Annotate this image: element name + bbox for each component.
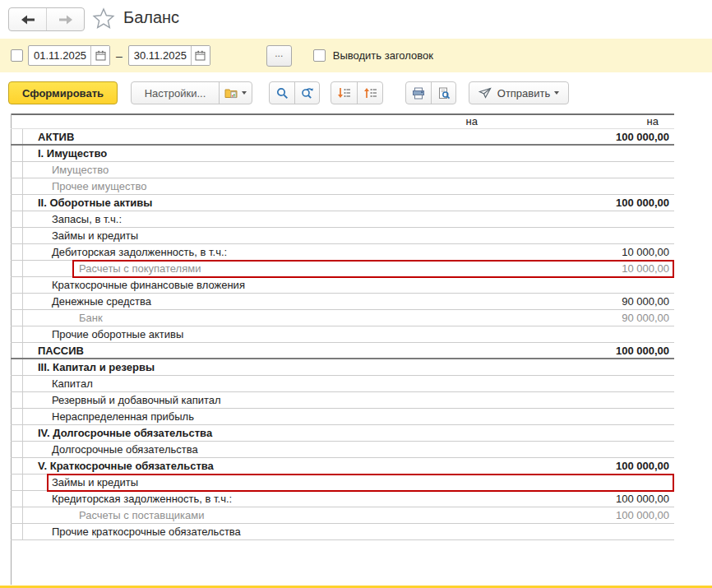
report-toolbar: Сформировать Настройки... bbox=[0, 72, 712, 113]
history-nav bbox=[8, 7, 85, 31]
table-row[interactable]: Капитал bbox=[11, 376, 674, 392]
row-label[interactable]: Займы и кредиты bbox=[52, 475, 138, 490]
row-label[interactable]: Имущество bbox=[52, 162, 109, 178]
table-row[interactable]: II. Оборотные активы100 000,00 bbox=[11, 195, 674, 211]
table-row[interactable]: Денежные средства90 000,00 bbox=[11, 294, 674, 310]
filter-bar: – ... Выводить заголовок bbox=[0, 39, 712, 72]
collapse-groups-button[interactable] bbox=[357, 82, 382, 104]
print-preview-icon bbox=[437, 87, 451, 100]
row-value[interactable]: 10 000,00 bbox=[622, 244, 669, 260]
favorite-star-icon[interactable] bbox=[92, 7, 115, 30]
date-from-input[interactable] bbox=[29, 46, 90, 65]
row-value[interactable]: 90 000,00 bbox=[622, 294, 669, 309]
table-row[interactable]: ПАССИВ100 000,00 bbox=[11, 343, 674, 359]
send-label: Отправить bbox=[497, 87, 550, 100]
table-row[interactable]: Банк90 000,00 bbox=[11, 310, 674, 326]
table-row[interactable]: IV. Долгосрочные обязательства bbox=[11, 425, 674, 442]
row-label[interactable]: Расчеты с поставщиками bbox=[79, 507, 205, 523]
row-value[interactable]: 100 000,00 bbox=[616, 129, 669, 145]
row-value[interactable]: 90 000,00 bbox=[622, 310, 669, 326]
row-label[interactable]: Запасы, в т.ч.: bbox=[52, 211, 122, 227]
row-value[interactable]: 100 000,00 bbox=[616, 195, 669, 211]
window-header: Баланс bbox=[0, 0, 712, 39]
settings-group: Настройки... bbox=[131, 81, 252, 104]
table-row[interactable]: Прочие оборотные активы bbox=[11, 326, 674, 343]
row-label[interactable]: II. Оборотные активы bbox=[38, 195, 152, 211]
table-row[interactable]: АКТИВ100 000,00 bbox=[11, 129, 674, 146]
print-button[interactable] bbox=[406, 82, 431, 104]
table-row[interactable]: Займы и кредиты bbox=[11, 475, 674, 491]
table-row[interactable]: Расчеты с поставщиками100 000,00 bbox=[11, 507, 674, 524]
table-row[interactable]: Нераспределенная прибыль bbox=[11, 409, 674, 425]
table-row[interactable]: Краткосрочные финансовые вложения bbox=[11, 277, 674, 294]
table-row[interactable]: Резервный и добавочный капитал bbox=[11, 392, 674, 409]
row-label[interactable]: ПАССИВ bbox=[38, 343, 84, 359]
row-label[interactable]: III. Капитал и резервы bbox=[38, 359, 155, 375]
row-value[interactable]: 100 000,00 bbox=[616, 491, 669, 507]
back-arrow-icon bbox=[21, 14, 35, 25]
report-variants-icon bbox=[224, 87, 238, 99]
table-row[interactable]: Запасы, в т.ч.: bbox=[11, 211, 674, 228]
print-preview-button[interactable] bbox=[431, 82, 455, 104]
calendar-icon[interactable] bbox=[191, 46, 210, 65]
row-value[interactable]: 10 000,00 bbox=[622, 261, 669, 276]
row-label[interactable]: Банк bbox=[79, 310, 103, 326]
date-to-input[interactable] bbox=[129, 46, 191, 65]
show-header-label[interactable]: Выводить заголовок bbox=[333, 49, 433, 62]
table-row[interactable]: Имущество bbox=[11, 162, 674, 178]
row-label[interactable]: Долгосрочные обязательства bbox=[52, 442, 198, 457]
row-value[interactable]: 100 000,00 bbox=[616, 343, 669, 359]
row-value[interactable]: 100 000,00 bbox=[616, 507, 669, 523]
print-icon bbox=[412, 87, 425, 100]
send-icon bbox=[479, 87, 492, 99]
highlight-box bbox=[47, 474, 674, 492]
row-label[interactable]: Капитал bbox=[52, 376, 93, 391]
row-value[interactable]: 100 000,00 bbox=[616, 458, 669, 474]
row-label[interactable]: Нераспределенная прибыль bbox=[52, 409, 194, 424]
row-label[interactable]: V. Краткосрочные обязательства bbox=[38, 458, 214, 474]
search-next-button[interactable] bbox=[294, 82, 319, 104]
row-label[interactable]: Дебиторская задолженность, в т.ч.: bbox=[52, 244, 227, 260]
table-row[interactable]: I. Имущество bbox=[11, 146, 674, 162]
search-group bbox=[269, 81, 320, 104]
report-variants-button[interactable] bbox=[219, 82, 252, 104]
back-button[interactable] bbox=[9, 8, 46, 30]
table-row[interactable]: Займы и кредиты bbox=[11, 228, 674, 244]
expand-groups-button[interactable] bbox=[331, 82, 357, 104]
row-label[interactable]: I. Имущество bbox=[38, 146, 107, 161]
row-label[interactable]: Кредиторская задолженность, в т.ч.: bbox=[52, 491, 232, 507]
period-more-button[interactable]: ... bbox=[266, 45, 292, 67]
table-row[interactable]: V. Краткосрочные обязательства100 000,00 bbox=[11, 458, 674, 475]
row-label[interactable]: IV. Долгосрочные обязательства bbox=[38, 425, 212, 441]
table-row[interactable]: Прочее имущество bbox=[11, 178, 674, 195]
table-row[interactable]: III. Капитал и резервы bbox=[11, 359, 674, 376]
row-label[interactable]: Резервный и добавочный капитал bbox=[52, 392, 221, 408]
report-rows: АКТИВ100 000,00I. ИмуществоИмуществоПроч… bbox=[0, 129, 712, 540]
calendar-icon[interactable] bbox=[90, 46, 109, 65]
row-label[interactable]: АКТИВ bbox=[38, 129, 74, 145]
table-row[interactable]: Кредиторская задолженность, в т.ч.:100 0… bbox=[11, 491, 674, 507]
table-row[interactable]: Долгосрочные обязательства bbox=[11, 442, 674, 458]
send-button[interactable]: Отправить bbox=[469, 81, 569, 104]
table-row[interactable]: Прочие краткосрочные обязательства bbox=[11, 524, 674, 540]
row-label[interactable]: Прочие оборотные активы bbox=[52, 326, 183, 342]
generate-button[interactable]: Сформировать bbox=[8, 81, 118, 104]
table-row[interactable]: Дебиторская задолженность, в т.ч.:10 000… bbox=[11, 244, 674, 261]
collapse-groups-icon bbox=[363, 87, 377, 99]
row-label[interactable]: Займы и кредиты bbox=[52, 228, 138, 243]
search-next-icon bbox=[301, 87, 314, 100]
row-label[interactable]: Прочее имущество bbox=[52, 178, 146, 194]
forward-button[interactable] bbox=[46, 8, 84, 30]
date-to-field bbox=[128, 45, 210, 66]
row-label[interactable]: Прочие краткосрочные обязательства bbox=[52, 524, 241, 539]
row-label[interactable]: Денежные средства bbox=[52, 294, 151, 309]
search-button[interactable] bbox=[270, 82, 294, 104]
date-range-dash: – bbox=[116, 49, 123, 63]
row-label[interactable]: Краткосрочные финансовые вложения bbox=[52, 277, 245, 293]
period-checkbox[interactable] bbox=[11, 49, 23, 62]
table-row[interactable]: Расчеты с покупателями10 000,00 bbox=[11, 261, 674, 277]
row-label[interactable]: Расчеты с покупателями bbox=[79, 261, 201, 276]
show-header-checkbox[interactable] bbox=[313, 49, 326, 62]
settings-button[interactable]: Настройки... bbox=[132, 82, 219, 104]
date-from-field bbox=[28, 45, 110, 66]
